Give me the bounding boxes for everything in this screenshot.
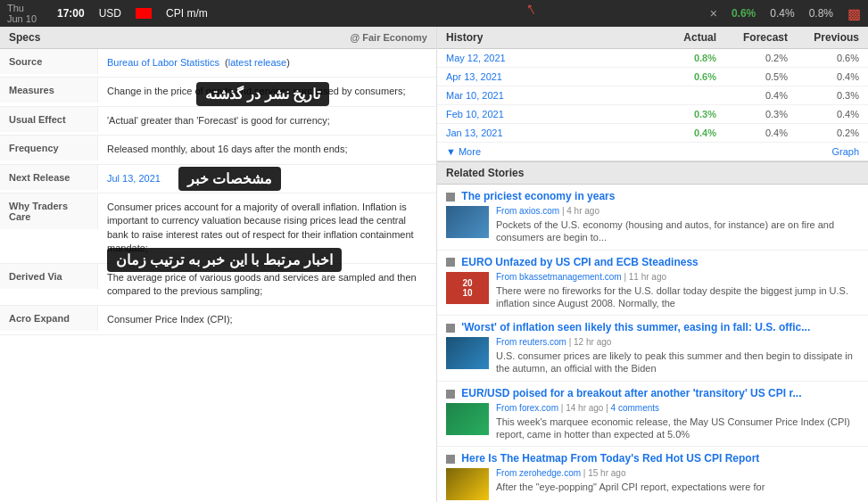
spec-row-traders-care: Why Traders Care Consumer prices account… (0, 193, 436, 264)
story-text: From forex.com | 14 hr ago | 4 comments … (496, 403, 859, 441)
history-col-actual: Actual (645, 31, 716, 44)
history-date-link[interactable]: Feb 10, 2021 (446, 109, 504, 119)
next-release-link[interactable]: Jul 13, 2021 (107, 173, 161, 184)
history-date-link[interactable]: Mar 10, 2021 (446, 90, 504, 101)
story-icon (446, 193, 455, 202)
date-label: Jun 10 (7, 13, 43, 24)
forecast-value: 0.4% (770, 7, 794, 20)
history-previous: 0.6% (788, 53, 859, 63)
story-text: From bkassetmanagement.com | 11 hr ago T… (496, 272, 859, 310)
spec-row-frequency: Frequency Released monthly, about 16 day… (0, 136, 436, 164)
flag-icon (136, 8, 152, 19)
story-item: 'Worst' of inflation seen likely this su… (437, 316, 868, 382)
right-panel: History Actual Forecast Previous May 12,… (437, 27, 868, 502)
story-meta: From reuters.com | 12 hr ago (496, 337, 859, 347)
related-header: Related Stories (437, 161, 868, 185)
history-rows: May 12, 2021 0.8% 0.2% 0.6% Apr 13, 2021… (437, 49, 868, 143)
story-icon (446, 324, 455, 333)
history-previous: 0.3% (788, 90, 859, 101)
story-content: From forex.com | 14 hr ago | 4 comments … (446, 403, 859, 441)
specs-title: Specs (9, 31, 40, 44)
story-title-link[interactable]: Here Is The Heatmap From Today's Red Hot… (461, 452, 759, 465)
story-title: EUR/USD poised for a breakout after anot… (446, 387, 859, 399)
story-title-link[interactable]: The priciest economy in years (461, 190, 615, 202)
story-title-link[interactable]: 'Worst' of inflation seen likely this su… (461, 321, 810, 333)
history-forecast: 0.4% (716, 90, 788, 101)
fair-economy-link[interactable]: @ Fair Economy (350, 32, 427, 43)
currency-display: USD (99, 7, 121, 20)
story-thumbnail (446, 468, 489, 500)
spec-label-acro-expand: Acro Expand (0, 306, 98, 331)
history-actual: 0.6% (645, 71, 716, 82)
spec-value-frequency: Released monthly, about 16 days after th… (98, 136, 436, 163)
history-forecast: 0.4% (716, 128, 788, 138)
history-date-link[interactable]: May 12, 2021 (446, 53, 506, 63)
story-content: 2010 From bkassetmanagement.com | 11 hr … (446, 272, 859, 310)
story-content: From axios.com | 4 hr ago Pockets of the… (446, 206, 859, 244)
story-title-link[interactable]: EUR/USD poised for a breakout after anot… (461, 387, 801, 399)
story-comments-link[interactable]: 4 comments (611, 403, 659, 413)
related-title: Related Stories (446, 167, 524, 179)
story-source-link[interactable]: From bkassetmanagement.com (496, 272, 622, 282)
story-title: 'Worst' of inflation seen likely this su… (446, 321, 859, 333)
story-title-link[interactable]: EURO Unfazed by US CPI and ECB Steadines… (461, 256, 698, 268)
graph-link[interactable]: Graph (831, 146, 859, 157)
history-actual: 0.8% (645, 53, 716, 63)
story-thumbnail (446, 206, 489, 238)
story-text: From zerohedge.com | 15 hr ago After the… (496, 468, 765, 500)
date-display: Thu Jun 10 (7, 3, 43, 24)
history-forecast: 0.2% (716, 53, 788, 63)
main-container: Specs @ Fair Economy Source Bureau of La… (0, 27, 868, 502)
history-title: History (446, 31, 645, 44)
story-meta: From forex.com | 14 hr ago | 4 comments (496, 403, 859, 413)
story-item: Here Is The Heatmap From Today's Red Hot… (437, 447, 868, 502)
story-source-link[interactable]: From zerohedge.com (496, 468, 581, 478)
close-icon[interactable]: × (710, 6, 717, 21)
spec-label-frequency: Frequency (0, 136, 98, 160)
day-label: Thu (7, 3, 43, 13)
spec-label-derived-via: Derived Via (0, 264, 98, 289)
history-header: History Actual Forecast Previous (437, 27, 868, 49)
story-icon (446, 455, 455, 464)
story-excerpt: U.S. consumer prices are likely to peak … (496, 350, 859, 375)
history-actual: 0.4% (645, 128, 716, 138)
story-content: From reuters.com | 12 hr ago U.S. consum… (446, 337, 859, 375)
history-forecast: 0.3% (716, 109, 788, 119)
chart-icon[interactable]: ▩ (847, 5, 861, 22)
spec-label-source: Source (0, 49, 98, 74)
history-date-link[interactable]: Apr 13, 2021 (446, 71, 502, 82)
history-date-link[interactable]: Jan 13, 2021 (446, 128, 503, 138)
spec-value-acro-expand: Consumer Price Index (CPI); (98, 306, 436, 333)
history-actual: 0.3% (645, 109, 716, 119)
story-item: The priciest economy in years From axios… (437, 185, 868, 251)
spec-row-measures: Measures Change in the price of goods an… (0, 78, 436, 106)
persian-annotation-release: مشخصات خبر (178, 167, 281, 191)
stories-list: The priciest economy in years From axios… (437, 185, 868, 502)
story-text: From reuters.com | 12 hr ago U.S. consum… (496, 337, 859, 375)
story-content: From zerohedge.com | 15 hr ago After the… (446, 468, 859, 500)
story-icon (446, 390, 455, 399)
story-meta: From axios.com | 4 hr ago (496, 206, 859, 216)
specs-panel: Specs @ Fair Economy Source Bureau of La… (0, 27, 437, 502)
story-source-link[interactable]: From reuters.com (496, 337, 566, 347)
history-date: May 12, 2021 (446, 53, 645, 63)
story-meta: From zerohedge.com | 15 hr ago (496, 468, 765, 478)
story-text: From axios.com | 4 hr ago Pockets of the… (496, 206, 859, 244)
story-source-link[interactable]: From axios.com (496, 206, 559, 216)
spec-row-usual-effect: Usual Effect 'Actual' greater than 'Fore… (0, 107, 436, 136)
history-col-forecast: Forecast (716, 31, 788, 44)
history-previous: 0.4% (788, 109, 859, 119)
history-date: Mar 10, 2021 (446, 90, 645, 101)
previous-value: 0.8% (809, 7, 833, 20)
story-source-link[interactable]: From forex.com (496, 403, 558, 413)
history-footer: ▼ More Graph (437, 143, 868, 160)
bls-link[interactable]: Bureau of Labor Statistics (107, 57, 219, 68)
history-row: Feb 10, 2021 0.3% 0.3% 0.4% (437, 105, 868, 124)
more-history-link[interactable]: ▼ More (446, 146, 481, 157)
top-bar: Thu Jun 10 17:00 USD CPI m/m × 0.6% 0.4%… (0, 0, 868, 27)
history-date: Feb 10, 2021 (446, 109, 645, 119)
persian-annotation-traders: اخبار مرتبط با این خبر به ترتیب زمان (107, 248, 342, 272)
latest-release-link[interactable]: latest release (228, 57, 286, 68)
persian-annotation-measures: تاریخ نشر در گذشته (196, 82, 329, 106)
history-row: May 12, 2021 0.8% 0.2% 0.6% (437, 49, 868, 68)
